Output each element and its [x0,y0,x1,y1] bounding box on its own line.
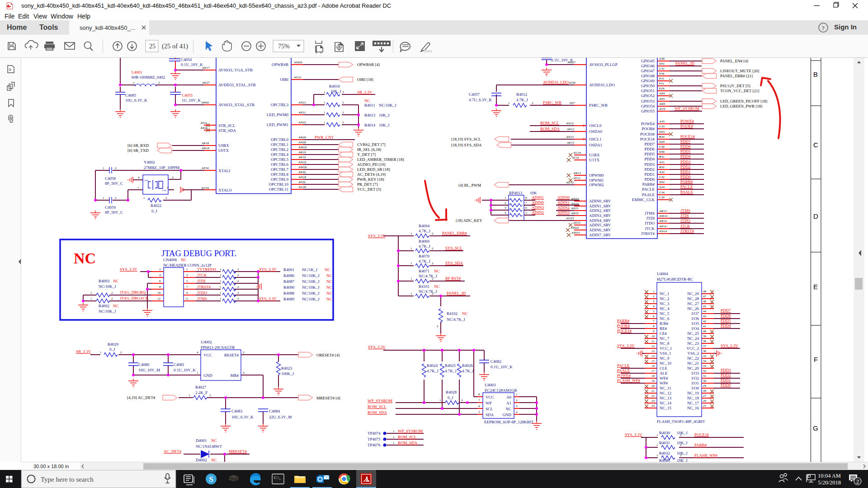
svg-text:PDD0: PDD0 [680,174,691,179]
svg-text:100K_J: 100K_J [281,371,294,376]
svg-text:2: 2 [461,399,463,402]
svg-text:1: 1 [656,443,658,447]
svg-text:1: 1 [90,297,92,300]
svg-text:Type here to search: Type here to search [41,476,94,483]
svg-text:WP_SYSROM: WP_SYSROM [398,429,423,433]
svg-text:OPCTRL0: OPCTRL0 [271,137,289,142]
svg-text:S: S [209,475,213,483]
svg-text:AU20: AU20 [298,185,307,189]
svg-text:E29: E29 [659,87,665,90]
svg-text:36: 36 [703,349,707,353]
svg-text:PDD1: PDD1 [721,378,731,382]
svg-text:NC_19: NC_19 [687,391,699,395]
svg-text:ORESET# [4]: ORESET# [4] [316,353,340,357]
svg-text:NC_4: NC_4 [660,306,670,311]
svg-text:ADIN4_SRV: ADIN4_SRV [589,218,611,223]
svg-text:29: 29 [703,384,707,388]
svg-text:[18,19] SYS_SDA: [18,19] SYS_SDA [451,143,482,147]
svg-text:GPIO50: GPIO50 [641,84,655,88]
svg-text:2: 2 [342,90,344,94]
svg-text:2: 2 [432,292,434,296]
svg-text:0_J: 0_J [109,347,115,352]
svg-text:AU9: AU9 [659,107,665,111]
svg-text:41: 41 [703,324,707,328]
svg-text:C31: C31 [659,67,665,70]
svg-text:R4094: R4094 [419,224,430,228]
svg-text:R4010: R4010 [329,84,340,89]
svg-text:D29: D29 [659,140,665,144]
svg-text:GPIO47: GPIO47 [641,69,655,73]
svg-text:2: 2 [111,291,113,295]
svg-text:D33: D33 [659,130,665,134]
svg-text:GPIO51: GPIO51 [641,89,655,93]
svg-text:WP#: WP# [660,381,668,385]
svg-text:AC_DET# [4,19]: AC_DET# [4,19] [357,172,386,177]
svg-text:1: 1 [324,121,326,124]
svg-text:1: 1 [324,101,326,104]
svg-text:SDA: SDA [486,413,494,417]
svg-text:PARB#: PARB# [694,443,707,447]
svg-text:7: 7 [525,201,527,205]
svg-text:AUDIO_PD [19]: AUDIO_PD [19] [357,162,385,167]
svg-text:I/O6: I/O6 [692,316,699,321]
svg-text:PANEL_ID: PANEL_ID [675,61,695,66]
svg-text:SYS_3.3V: SYS_3.3V [120,267,137,272]
svg-text:PACLE: PACLE [617,363,630,368]
svg-text:AT12: AT12 [573,176,580,180]
svg-text:NC_2: NC_2 [660,296,670,301]
svg-text:2: 2 [159,267,161,271]
svg-text:AM27: AM27 [567,61,576,64]
svg-text:PDD7: PDD7 [721,308,731,313]
svg-text:10K_J: 10K_J [677,441,688,445]
svg-text:JTRST#: JTRST# [197,285,211,289]
svg-text:AP15: AP15 [567,141,574,145]
svg-text:R/B#: R/B# [660,321,669,326]
svg-text:PWR_CNT: PWR_CNT [315,135,334,140]
svg-text:32: 32 [703,369,707,373]
svg-text:NC_26: NC_26 [687,306,699,311]
svg-text:OPCTRL3: OPCTRL3 [271,103,289,107]
svg-text:1: 1 [410,277,412,281]
svg-text:ADIN1: ADIN1 [557,200,570,205]
svg-text:4.7K_J: 4.7K_J [419,244,430,249]
svg-text:OPCTRL1: OPCTRL1 [271,142,288,147]
svg-text:OPCTRL9: OPCTRL9 [271,177,289,182]
svg-text:GND: GND [162,189,166,192]
svg-text:A0: A0 [506,395,511,399]
svg-text:1: 1 [393,441,395,445]
svg-text:3: 3 [172,176,174,179]
svg-text:NC_16: NC_16 [687,406,699,410]
svg-text:8P_50V_C: 8P_50V_C [105,181,123,186]
svg-text:15: 15 [651,359,655,363]
svg-text:AR12: AR12 [573,171,581,175]
svg-text:R4102: R4102 [447,311,458,316]
svg-text:AN19: AN19 [298,160,307,164]
svg-text:33: 33 [703,364,707,368]
svg-text:1: 1 [656,433,658,437]
svg-text:4: 4 [197,351,198,354]
svg-text:SYS_3.3V: SYS_3.3V [617,343,635,348]
svg-text:4.7K_J: 4.7K_J [516,98,528,102]
svg-text:1: 1 [197,371,198,375]
svg-text:AVDD33_XTAL_STB: AVDD33_XTAL_STB [218,83,256,87]
svg-text:NC_6: NC_6 [660,316,670,321]
svg-text:14: 14 [651,354,655,358]
svg-text:C4083: C4083 [231,409,243,413]
svg-text:GPIO45: GPIO45 [641,59,655,63]
svg-text:B34: B34 [659,135,665,139]
svg-text:PANEL_ID: PANEL_ID [447,291,466,296]
svg-text:0.1U_10V_K: 0.1U_10V_K [181,62,203,67]
svg-text:NC_9: NC_9 [660,356,670,361]
svg-text:TP4074: TP4074 [368,431,381,436]
svg-text:1: 1 [103,166,104,170]
svg-text:AC_DET#: AC_DET# [164,449,181,454]
svg-text:AN22: AN22 [298,121,307,124]
svg-text:1: 1 [100,351,102,354]
svg-text:AM24: AM24 [571,226,579,230]
svg-text:AK27: AK27 [202,81,210,84]
svg-text:NC_27: NC_27 [687,301,699,306]
svg-text:AP9: AP9 [659,92,665,95]
svg-text:34: 34 [703,359,707,363]
svg-text:C34: C34 [659,191,665,194]
svg-text:R4089: R4089 [283,297,295,301]
